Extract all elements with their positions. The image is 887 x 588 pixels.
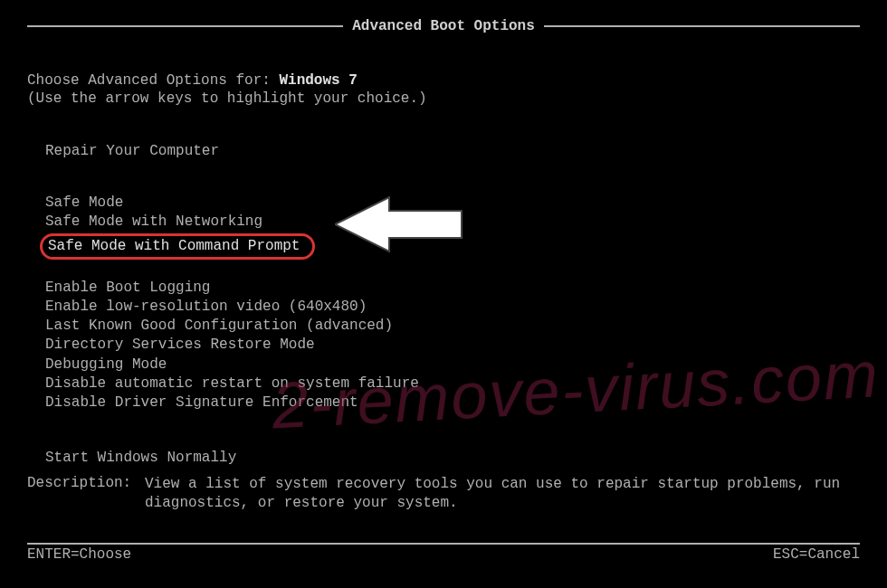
- menu-boot-logging[interactable]: Enable Boot Logging: [45, 280, 860, 297]
- menu-dsrm[interactable]: Directory Services Restore Mode: [45, 337, 860, 354]
- menu-repair[interactable]: Repair Your Computer: [45, 143, 860, 160]
- boot-menu[interactable]: Repair Your Computer Safe Mode Safe Mode…: [45, 143, 860, 467]
- title-bar: Advanced Boot Options: [0, 18, 887, 34]
- menu-safe-mode-cmd-highlighted[interactable]: Safe Mode with Command Prompt: [45, 233, 860, 260]
- menu-start-normally[interactable]: Start Windows Normally: [45, 450, 860, 467]
- page-title: Advanced Boot Options: [343, 18, 544, 34]
- description-text: View a list of system recovery tools you…: [145, 475, 860, 513]
- menu-safe-mode-networking[interactable]: Safe Mode with Networking: [45, 213, 860, 231]
- footer-bar: ENTER=Choose ESC=Cancel: [27, 546, 860, 563]
- menu-debug[interactable]: Debugging Mode: [45, 356, 860, 374]
- arrow-hint: (Use the arrow keys to highlight your ch…: [27, 90, 860, 107]
- menu-lkgc[interactable]: Last Known Good Configuration (advanced): [45, 318, 860, 335]
- menu-low-res[interactable]: Enable low-resolution video (640x480): [45, 299, 860, 316]
- bottom-divider: [27, 543, 860, 545]
- choose-line: Choose Advanced Options for: Windows 7: [27, 72, 860, 89]
- content-area: Choose Advanced Options for: Windows 7 (…: [27, 72, 860, 469]
- choose-prefix: Choose Advanced Options for:: [27, 72, 279, 89]
- os-name: Windows 7: [279, 72, 357, 89]
- menu-no-sig[interactable]: Disable Driver Signature Enforcement: [45, 394, 860, 412]
- menu-safe-mode[interactable]: Safe Mode: [45, 194, 860, 212]
- footer-enter: ENTER=Choose: [27, 546, 131, 563]
- description-block: Description: View a list of system recov…: [27, 475, 860, 513]
- menu-no-restart[interactable]: Disable automatic restart on system fail…: [45, 375, 860, 393]
- footer-esc: ESC=Cancel: [773, 546, 860, 563]
- description-label: Description:: [27, 475, 145, 513]
- highlight-ring: Safe Mode with Command Prompt: [40, 233, 315, 260]
